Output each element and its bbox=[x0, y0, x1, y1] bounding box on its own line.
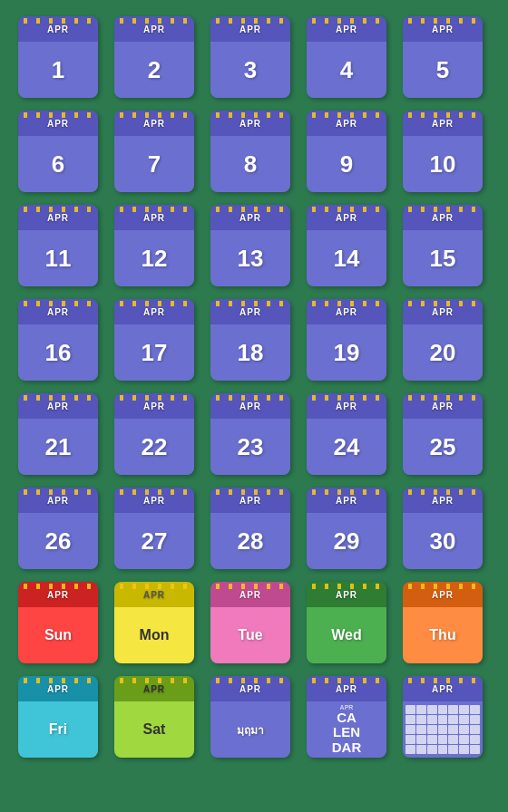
day-number: 22 bbox=[114, 419, 194, 475]
calendar-icon[interactable]: APR23 bbox=[210, 393, 290, 475]
month-label: APR bbox=[336, 401, 357, 411]
calendar-icon[interactable]: APR20 bbox=[403, 299, 483, 381]
calendar-icon[interactable]: APR5 bbox=[403, 16, 483, 98]
calendar-icon[interactable]: APR28 bbox=[210, 488, 290, 569]
calendar-icon[interactable]: APRMon bbox=[114, 582, 194, 663]
day-label: Tue bbox=[210, 607, 290, 663]
day-number: 21 bbox=[18, 419, 98, 475]
day-number: 7 bbox=[114, 136, 194, 192]
calendar-icon[interactable]: APR3 bbox=[210, 16, 290, 98]
month-label: APR bbox=[336, 307, 357, 317]
month-label: APR bbox=[432, 119, 454, 129]
month-label: APR bbox=[47, 401, 69, 411]
calendar-icon[interactable]: APR15 bbox=[403, 205, 483, 286]
day-number: 19 bbox=[307, 324, 386, 381]
day-number: 2 bbox=[114, 42, 194, 98]
month-label: APR bbox=[143, 307, 165, 317]
calendar-icon[interactable]: APR6 bbox=[18, 111, 98, 192]
calendar-icon[interactable]: APR13 bbox=[210, 205, 290, 286]
day-label: Thu bbox=[403, 607, 483, 663]
calendar-icon[interactable]: APR1 bbox=[18, 16, 98, 98]
month-label: APR bbox=[336, 684, 357, 694]
day-number: 25 bbox=[403, 419, 483, 475]
day-number: 12 bbox=[114, 230, 194, 286]
month-label: APR bbox=[47, 119, 69, 129]
month-label: APR bbox=[143, 496, 165, 506]
calendar-icon[interactable]: APR27 bbox=[114, 488, 194, 569]
day-label: Fri bbox=[18, 701, 98, 758]
month-label: APR bbox=[239, 24, 261, 34]
calendar-icon[interactable]: APRมฺฤมา bbox=[210, 676, 290, 758]
month-label: APR bbox=[432, 496, 454, 506]
calendar-icon[interactable]: APRWed bbox=[307, 582, 386, 663]
month-label: APR bbox=[143, 684, 165, 694]
month-label: APR bbox=[432, 590, 454, 600]
calendar-icon[interactable]: APR16 bbox=[18, 299, 98, 381]
calendar-icon[interactable]: APRSat bbox=[114, 676, 194, 758]
day-number: 10 bbox=[403, 136, 483, 192]
day-label: Sat bbox=[114, 701, 194, 758]
calendar-icon[interactable]: APR14 bbox=[307, 205, 386, 286]
calendar-icon[interactable]: APR24 bbox=[307, 393, 386, 475]
day-number: 8 bbox=[210, 136, 290, 192]
month-label: APR bbox=[47, 24, 69, 34]
day-number: 17 bbox=[114, 324, 194, 381]
day-number: 18 bbox=[210, 324, 290, 381]
calendar-icon[interactable]: APRAPRCALENDAR bbox=[307, 676, 386, 758]
calendar-icon[interactable]: APR26 bbox=[18, 488, 98, 569]
month-label: APR bbox=[143, 213, 165, 223]
calendar-icon[interactable]: APR7 bbox=[114, 111, 194, 192]
mini-calendar-grid bbox=[403, 701, 483, 758]
calendar-icon[interactable]: APR12 bbox=[114, 205, 194, 286]
month-label: APR bbox=[239, 590, 261, 600]
calendar-icon[interactable]: APR21 bbox=[18, 393, 98, 475]
calendar-icon[interactable]: APR9 bbox=[307, 111, 386, 192]
calendar-icon[interactable]: APRFri bbox=[18, 676, 98, 758]
month-label: APR bbox=[143, 24, 165, 34]
calendar-icon[interactable]: APR11 bbox=[18, 205, 98, 286]
month-label: APR bbox=[336, 590, 357, 600]
day-number: 14 bbox=[307, 230, 386, 286]
day-number: 27 bbox=[114, 513, 194, 569]
thai-month-label: มฺฤมา bbox=[210, 701, 290, 758]
day-number: 13 bbox=[210, 230, 290, 286]
day-number: 3 bbox=[210, 42, 290, 98]
day-number: 1 bbox=[18, 42, 98, 98]
calendar-text-body: APRCALENDAR bbox=[307, 701, 386, 758]
day-number: 30 bbox=[403, 513, 483, 569]
month-label: APR bbox=[143, 590, 165, 600]
calendar-icon[interactable]: APR30 bbox=[403, 488, 483, 569]
calendar-icon[interactable]: APR29 bbox=[307, 488, 386, 569]
month-label: APR bbox=[143, 401, 165, 411]
calendar-icon[interactable]: APRTue bbox=[210, 582, 290, 663]
month-label: APR bbox=[47, 307, 69, 317]
calendar-icon[interactable]: APR10 bbox=[403, 111, 483, 192]
calendar-icon[interactable]: APR17 bbox=[114, 299, 194, 381]
icon-grid: APR1APR2APR3APR4APR5APR6APR7APR8APR9APR1… bbox=[18, 16, 490, 758]
month-label: APR bbox=[239, 307, 261, 317]
calendar-icon[interactable]: APR19 bbox=[307, 299, 386, 381]
month-label: APR bbox=[432, 307, 454, 317]
day-number: 4 bbox=[307, 42, 386, 98]
day-number: 5 bbox=[403, 42, 483, 98]
month-label: APR bbox=[239, 684, 261, 694]
calendar-icon[interactable]: APRSun bbox=[18, 582, 98, 663]
day-label: Wed bbox=[307, 607, 386, 663]
month-label: APR bbox=[336, 119, 357, 129]
calendar-icon[interactable]: APR4 bbox=[307, 16, 386, 98]
calendar-icon[interactable]: APR25 bbox=[403, 393, 483, 475]
month-label: APR bbox=[432, 24, 454, 34]
month-label: APR bbox=[47, 213, 69, 223]
calendar-icon[interactable]: APR bbox=[403, 676, 483, 758]
calendar-icon[interactable]: APRThu bbox=[403, 582, 483, 663]
calendar-icon[interactable]: APR22 bbox=[114, 393, 194, 475]
calendar-icon[interactable]: APR8 bbox=[210, 111, 290, 192]
month-label: APR bbox=[239, 401, 261, 411]
calendar-icon[interactable]: APR2 bbox=[114, 16, 194, 98]
month-label: APR bbox=[432, 213, 454, 223]
day-number: 16 bbox=[18, 324, 98, 381]
month-label: APR bbox=[239, 496, 261, 506]
month-label: APR bbox=[336, 496, 357, 506]
calendar-icon[interactable]: APR18 bbox=[210, 299, 290, 381]
month-label: APR bbox=[143, 119, 165, 129]
